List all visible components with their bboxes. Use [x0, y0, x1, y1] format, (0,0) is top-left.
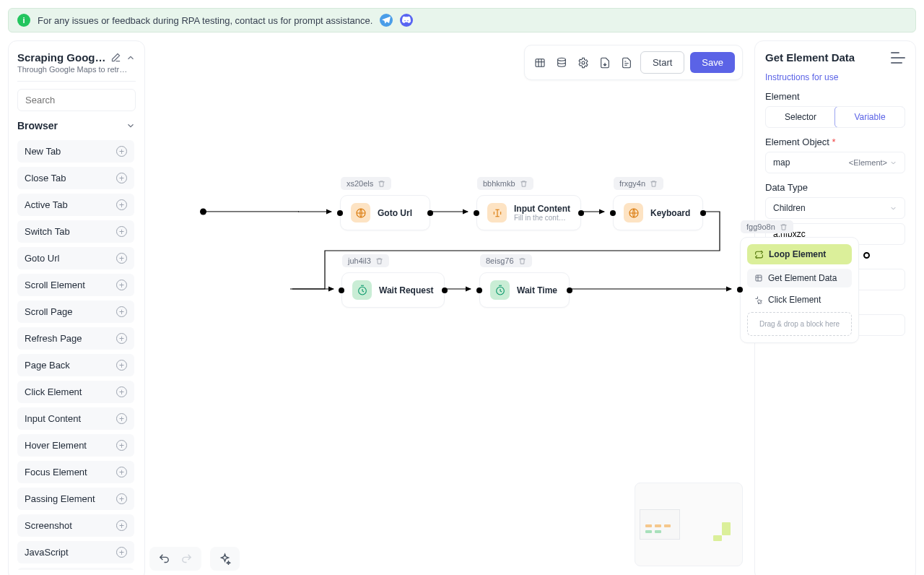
block-item[interactable]: Hover Element+: [17, 434, 134, 457]
label-element: Element: [765, 91, 905, 102]
plus-icon[interactable]: +: [116, 280, 127, 290]
plus-icon[interactable]: +: [116, 253, 127, 264]
node-tag: xs20els: [341, 177, 391, 190]
toggle-selector[interactable]: Selector: [766, 107, 835, 127]
port-in[interactable]: [339, 288, 344, 293]
port-in[interactable]: [337, 210, 343, 216]
element-object-select[interactable]: map <Element>: [765, 152, 905, 173]
data-type-select[interactable]: Children: [765, 197, 905, 219]
block-item[interactable]: Goto Url+: [17, 247, 134, 269]
plus-icon[interactable]: +: [116, 306, 127, 317]
node-keyboard[interactable]: frxgy4n Keyboard: [613, 195, 703, 230]
timer-icon: [352, 280, 372, 300]
port-out[interactable]: [567, 288, 572, 293]
block-item[interactable]: Refresh Page+: [17, 327, 134, 350]
plus-icon[interactable]: +: [116, 173, 127, 183]
node-loop-element[interactable]: fgg9o8n Loop Element Get Element Data Cl…: [740, 237, 859, 343]
save-button[interactable]: Save: [690, 52, 735, 73]
block-item[interactable]: JavaScript+: [17, 541, 134, 563]
loop-child-click-element[interactable]: Click Element: [747, 290, 852, 309]
plus-icon[interactable]: +: [116, 199, 127, 210]
block-item[interactable]: Click Element+: [17, 381, 134, 403]
block-item[interactable]: Scroll Element+: [17, 274, 134, 296]
node-input-content[interactable]: bbhkmkb Input ContentFill in the cont…: [476, 195, 581, 230]
sparkle-icon[interactable]: [219, 553, 231, 565]
port-out[interactable]: [578, 210, 584, 216]
table-icon[interactable]: [532, 55, 548, 71]
plus-icon[interactable]: +: [116, 520, 127, 531]
block-item[interactable]: Switch Tab+: [17, 220, 134, 243]
canvas[interactable]: Start Save xs20els Goto Url bbhkmkb: [145, 40, 751, 575]
node-tag: frxgy4n: [614, 177, 663, 190]
svg-point-2: [582, 61, 585, 64]
block-list: New Tab+Close Tab+Active Tab+Switch Tab+…: [17, 140, 136, 570]
info-icon: i: [17, 14, 30, 27]
plus-icon[interactable]: +: [116, 360, 127, 371]
block-item[interactable]: Close Tab+: [17, 167, 134, 189]
discord-icon[interactable]: [400, 14, 413, 27]
port-in[interactable]: [474, 210, 479, 216]
svg-rect-0: [536, 59, 544, 66]
alert-banner: i For any issues or feedback during RPA …: [8, 8, 916, 33]
loop-drop-zone[interactable]: Drag & drop a block here: [747, 312, 852, 336]
label-element-object: Element Object *: [765, 137, 905, 147]
port-out[interactable]: [863, 252, 870, 259]
plus-icon[interactable]: +: [116, 333, 127, 344]
block-item[interactable]: New Tab+: [17, 140, 134, 163]
block-item[interactable]: Page Back+: [17, 354, 134, 376]
instructions-link[interactable]: Instructions for use: [765, 72, 905, 82]
start-button[interactable]: Start: [640, 51, 684, 74]
port-out[interactable]: [442, 288, 448, 293]
node-wait-request[interactable]: juh4il3 Wait Request: [341, 272, 445, 308]
log-icon[interactable]: [619, 55, 635, 71]
category-browser[interactable]: Browser: [17, 118, 136, 133]
actions-icon[interactable]: [891, 52, 905, 64]
node-goto-url[interactable]: xs20els Goto Url: [340, 195, 430, 230]
collapse-icon[interactable]: [126, 53, 136, 63]
block-item[interactable]: Focus Element+: [17, 461, 134, 483]
trash-icon[interactable]: [650, 180, 658, 188]
trash-icon[interactable]: [518, 257, 526, 265]
block-item[interactable]: Scroll Page+: [17, 301, 134, 323]
node-wait-time[interactable]: 8eisg76 Wait Time: [479, 272, 570, 308]
search-input[interactable]: [17, 89, 136, 111]
gear-icon[interactable]: [575, 55, 591, 71]
minimap[interactable]: [635, 483, 743, 566]
plus-icon[interactable]: +: [116, 226, 127, 237]
plus-icon[interactable]: +: [116, 386, 127, 397]
port-out[interactable]: [427, 210, 433, 216]
port-out[interactable]: [700, 210, 706, 216]
port-in[interactable]: [737, 287, 743, 293]
trash-icon[interactable]: [780, 223, 788, 231]
trash-icon[interactable]: [378, 180, 385, 188]
plus-icon[interactable]: +: [116, 413, 127, 424]
block-item[interactable]: Passing Element+: [17, 488, 134, 510]
undo-icon[interactable]: [158, 553, 170, 565]
database-icon[interactable]: [554, 55, 570, 71]
plus-icon[interactable]: +: [116, 467, 127, 477]
block-item[interactable]: Input Content+: [17, 407, 134, 430]
export-icon[interactable]: [597, 55, 613, 71]
trash-icon[interactable]: [520, 180, 528, 188]
node-tag: juh4il3: [342, 254, 389, 267]
node-tag: bbhkmkb: [477, 177, 533, 190]
block-item[interactable]: Cookie Manager+: [17, 568, 134, 570]
edit-icon[interactable]: [110, 52, 121, 63]
port-in[interactable]: [476, 288, 482, 293]
plus-icon[interactable]: +: [116, 440, 127, 451]
svg-rect-7: [756, 275, 762, 281]
chevron-down-icon: [126, 121, 136, 131]
plus-icon[interactable]: +: [116, 547, 127, 558]
block-item[interactable]: Screenshot+: [17, 514, 134, 537]
plus-icon[interactable]: +: [116, 493, 127, 504]
plus-icon[interactable]: +: [116, 146, 127, 157]
panel-title: Get Element Data: [765, 51, 855, 64]
sidebar: Scraping Google… Through Google Maps to …: [8, 40, 145, 575]
trash-icon[interactable]: [375, 257, 383, 265]
redo-icon[interactable]: [180, 553, 193, 565]
telegram-icon[interactable]: [380, 14, 393, 27]
loop-child-get-element-data[interactable]: Get Element Data: [747, 269, 852, 288]
block-item[interactable]: Active Tab+: [17, 194, 134, 216]
toggle-variable[interactable]: Variable: [834, 106, 905, 128]
port-in[interactable]: [610, 210, 616, 216]
